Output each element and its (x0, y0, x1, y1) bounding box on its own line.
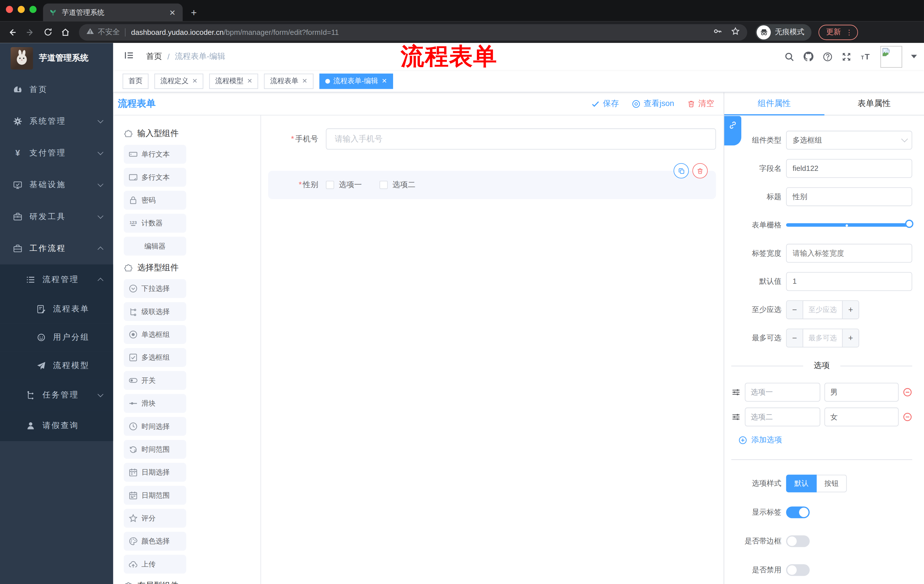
form-grid-slider[interactable] (786, 216, 912, 234)
password-key-icon[interactable] (713, 26, 723, 38)
sidebar-item-系统管理[interactable]: 系统管理 (0, 105, 113, 137)
toggle-显示标签[interactable] (786, 507, 810, 518)
reload-icon[interactable] (40, 25, 56, 40)
tag-close-icon[interactable]: ✕ (247, 77, 252, 85)
bookmark-star-icon[interactable] (731, 26, 740, 38)
toggle-是否禁用[interactable] (786, 564, 810, 576)
tag-流程表单[interactable]: 流程表单✕ (264, 73, 314, 89)
zoom-window-button[interactable] (30, 6, 36, 13)
palette-component-日期范围[interactable]: 日期范围 (124, 486, 186, 505)
field-name-input[interactable] (786, 159, 912, 178)
plus-button[interactable]: + (842, 301, 858, 319)
label-width-input[interactable] (786, 244, 912, 263)
palette-component-计数器[interactable]: 123计数器 (124, 214, 186, 233)
minus-button[interactable]: − (787, 301, 804, 319)
component-type-value[interactable] (786, 131, 912, 150)
option-name-input[interactable] (745, 383, 820, 402)
avatar-dropdown-caret-icon[interactable] (911, 55, 917, 61)
canvas-field-gender-selected[interactable]: *性别 选项一选项二 (268, 171, 716, 199)
sidebar-item-流程管理[interactable]: 流程管理 (0, 264, 113, 295)
tag-流程表单-编辑[interactable]: 流程表单-编辑✕ (319, 73, 393, 89)
drag-handle-icon[interactable] (731, 412, 741, 422)
tab-close-icon[interactable]: ✕ (168, 8, 177, 17)
forward-icon[interactable] (22, 25, 38, 40)
palette-component-多选框组[interactable]: 多选框组 (124, 348, 186, 367)
plus-button[interactable]: + (842, 329, 858, 347)
title-input[interactable] (786, 187, 912, 206)
slider-handle[interactable] (905, 220, 913, 228)
canvas-field-phone[interactable]: *手机号 请输入手机号 (268, 128, 716, 150)
browser-menu-icon[interactable]: ⋮ (846, 28, 853, 36)
tag-流程定义[interactable]: 流程定义✕ (154, 73, 203, 89)
duplicate-component-button[interactable] (673, 163, 689, 179)
url-host[interactable]: dashboard.yudao.iocoder.cn (131, 28, 224, 36)
home-icon[interactable] (58, 25, 73, 40)
gender-checkbox-选项一[interactable]: 选项一 (326, 180, 362, 190)
sidebar-item-请假查询[interactable]: 请假查询 (0, 411, 113, 441)
palette-component-时间选择[interactable]: 时间选择 (124, 417, 186, 436)
delete-component-button[interactable] (693, 163, 708, 179)
clear-button[interactable]: 清空 (687, 98, 714, 109)
sidebar-item-工作流程[interactable]: 工作流程 (0, 233, 113, 264)
minus-button[interactable]: − (787, 329, 804, 347)
sidebar-item-流程模型[interactable]: 流程模型 (0, 352, 113, 380)
option-style-按钮[interactable]: 按钮 (817, 475, 847, 492)
checkbox-icon[interactable] (380, 181, 388, 189)
tag-close-icon[interactable]: ✕ (382, 77, 387, 85)
option-name-input[interactable] (745, 408, 820, 426)
browser-tab[interactable]: 芋道管理系统 ✕ (43, 3, 183, 21)
palette-component-级联选择[interactable]: 级联选择 (124, 302, 186, 321)
view-json-button[interactable]: 查看json (632, 98, 674, 109)
palette-component-时间范围[interactable]: 时间范围 (124, 440, 186, 459)
toggle-是否带边框[interactable] (786, 535, 810, 547)
palette-component-单选框组[interactable]: 单选框组 (124, 325, 186, 344)
palette-component-日期选择[interactable]: 日期选择 (124, 463, 186, 482)
github-icon[interactable] (803, 51, 813, 62)
palette-component-开关[interactable]: 开关 (124, 371, 186, 390)
window-controls[interactable] (6, 6, 36, 13)
security-warning-icon[interactable] (86, 27, 94, 37)
sidebar-item-支付管理[interactable]: ¥ 支付管理 (0, 137, 113, 169)
min-select-placeholder[interactable]: 至少应选 (803, 301, 842, 319)
new-tab-button[interactable]: + (191, 7, 197, 19)
component-type-select[interactable] (786, 131, 912, 150)
option-value-input[interactable] (825, 408, 899, 426)
remove-option-button[interactable] (903, 412, 912, 422)
sidebar-item-用户分组[interactable]: 用户分组 (0, 323, 113, 352)
fullscreen-icon[interactable] (842, 51, 851, 61)
tab-form-props[interactable]: 表单属性 (824, 92, 924, 115)
back-icon[interactable] (5, 25, 20, 40)
user-avatar-broken-image[interactable] (880, 46, 902, 67)
tag-流程模型[interactable]: 流程模型✕ (209, 73, 259, 89)
palette-component-下拉选择[interactable]: 下拉选择 (124, 279, 186, 298)
url-path[interactable]: /bpm/manager/form/edit?formId=11 (224, 28, 339, 36)
drag-handle-icon[interactable] (731, 387, 741, 397)
minimize-window-button[interactable] (18, 6, 25, 13)
save-button[interactable]: 保存 (591, 98, 619, 109)
add-option-button[interactable]: 添加选项 (738, 434, 912, 445)
palette-component-编辑器[interactable]: 编辑器 (124, 237, 186, 256)
palette-component-滑块[interactable]: 滑块 (124, 394, 186, 413)
max-select-placeholder[interactable]: 最多可选 (803, 329, 842, 347)
option-style-默认[interactable]: 默认 (786, 475, 817, 492)
sidebar-item-研发工具[interactable]: 研发工具 (0, 201, 113, 233)
default-value-input[interactable] (786, 272, 912, 291)
palette-component-单行文本[interactable]: 单行文本 (124, 145, 186, 164)
sidebar-item-流程表单[interactable]: 流程表单 (0, 295, 113, 323)
palette-component-多行文本[interactable]: 多行文本 (124, 168, 186, 187)
font-size-icon[interactable]: TT (860, 51, 871, 61)
remove-option-button[interactable] (903, 387, 912, 397)
sidebar-item-任务管理[interactable]: 任务管理 (0, 380, 113, 410)
browser-update-button[interactable]: 更新 ⋮ (818, 25, 858, 40)
help-icon[interactable] (823, 51, 833, 61)
link-icon[interactable] (724, 116, 741, 145)
sidebar-item-首页[interactable]: 首页 (0, 74, 113, 105)
address-bar[interactable]: 不安全 dashboard.yudao.iocoder.cn/bpm/manag… (79, 24, 747, 40)
close-window-button[interactable] (6, 6, 13, 13)
sidebar-item-基础设施[interactable]: 基础设施 (0, 169, 113, 201)
checkbox-icon[interactable] (326, 181, 334, 189)
palette-component-密码[interactable]: 密码 (124, 191, 186, 210)
palette-component-上传[interactable]: 上传 (124, 555, 186, 574)
search-icon[interactable] (784, 51, 794, 61)
tag-close-icon[interactable]: ✕ (302, 77, 307, 85)
